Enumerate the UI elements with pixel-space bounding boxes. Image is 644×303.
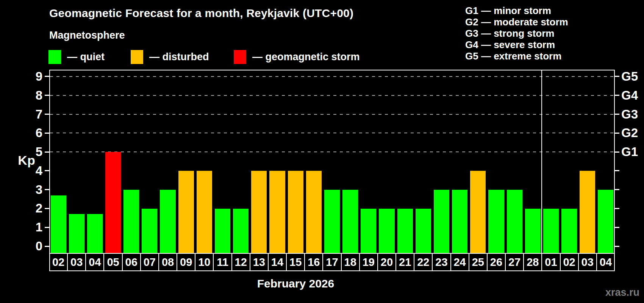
y-tick-left	[45, 227, 49, 228]
legend-label-disturbed: — disturbed	[149, 51, 209, 63]
y-tick-right	[615, 246, 619, 247]
y-tick-label: 6	[22, 125, 42, 141]
y-tick-right	[615, 208, 619, 209]
kp-bar-26	[488, 190, 504, 253]
y-tick-left	[45, 114, 49, 115]
g1-legend-line: G1 — minor storm	[465, 5, 568, 16]
date-label-26: 28	[524, 253, 542, 271]
kp-bar-14	[269, 171, 285, 253]
quiet-swatch-icon	[48, 50, 61, 64]
g5-legend-line: G5 — extreme storm	[465, 50, 568, 62]
kp-bar-08	[160, 190, 175, 253]
kp-bar-04	[598, 190, 613, 253]
y-tick-label: 4	[22, 163, 42, 178]
kp-bar-03	[69, 214, 84, 253]
y-tick-left	[45, 170, 49, 171]
kp-bar-07	[142, 209, 157, 253]
storm-swatch-icon	[234, 50, 246, 64]
kp-bar-15	[288, 171, 303, 253]
g3-legend-line: G3 — strong storm	[465, 28, 568, 39]
date-label-23: 25	[469, 253, 487, 271]
kp-bar-28	[525, 209, 541, 253]
date-label-27: 01	[542, 253, 560, 271]
g-axis-label-g2: G2	[621, 125, 638, 141]
date-label-22: 24	[451, 253, 469, 271]
g-scale-legend: G1 — minor storm G2 — moderate storm G3 …	[465, 5, 568, 62]
plot-area	[49, 70, 615, 253]
date-label-3: 05	[104, 253, 122, 271]
date-label-10: 12	[232, 253, 250, 271]
y-tick-right	[615, 227, 619, 228]
y-tick-label: 9	[22, 69, 42, 84]
legend-label-storm: — geomagnetic storm	[252, 51, 360, 63]
kp-bar-16	[306, 171, 322, 253]
date-label-20: 22	[414, 253, 432, 271]
date-label-4: 06	[122, 253, 141, 271]
date-label-9: 11	[213, 253, 231, 271]
date-label-11: 13	[250, 253, 268, 271]
month-separator-line	[541, 70, 542, 253]
date-label-18: 20	[378, 253, 396, 271]
date-label-0: 02	[49, 253, 67, 271]
kp-bar-02	[561, 209, 577, 253]
kp-bar-18	[342, 190, 358, 253]
date-label-17: 19	[360, 253, 378, 271]
date-label-12: 14	[268, 253, 286, 271]
date-label-7: 09	[177, 253, 195, 271]
kp-bar-21	[397, 209, 413, 253]
gridline-kp6	[50, 133, 614, 133]
plot-frame-top	[49, 70, 615, 70]
y-tick-label: 1	[22, 220, 42, 235]
date-label-2: 04	[86, 253, 104, 271]
y-tick-left	[45, 246, 49, 247]
gridline-kp5	[50, 152, 614, 152]
kp-bar-01	[543, 209, 559, 253]
legend-item-storm: — geomagnetic storm	[234, 50, 360, 64]
date-label-25: 27	[505, 253, 524, 271]
y-tick-right	[615, 95, 619, 96]
date-label-16: 18	[341, 253, 360, 271]
y-tick-right	[615, 152, 619, 153]
disturbed-swatch-icon	[131, 50, 143, 64]
y-tick-label: 0	[22, 239, 42, 254]
chart-title: Geomagnetic Forecast for a month, Reykja…	[49, 7, 353, 20]
date-label-1: 03	[67, 253, 86, 271]
y-tick-label: 2	[22, 201, 42, 216]
legend-label-quiet: — quiet	[67, 51, 105, 63]
kp-bar-06	[123, 190, 139, 253]
x-axis-date-row: 0203040506070809101112131415161718192021…	[49, 253, 615, 271]
kp-bar-05	[105, 152, 121, 253]
y-tick-right	[615, 114, 619, 115]
y-tick-left	[45, 189, 49, 190]
kp-bar-02	[51, 195, 66, 253]
y-tick-label: 7	[22, 107, 42, 122]
date-label-14: 16	[305, 253, 323, 271]
gridline-kp9	[50, 76, 614, 77]
y-tick-right	[615, 76, 619, 77]
y-tick-label: 3	[22, 182, 42, 197]
date-label-19: 21	[396, 253, 414, 271]
kp-bar-04	[87, 214, 103, 253]
g-axis-label-g5: G5	[621, 69, 638, 84]
date-label-5: 07	[141, 253, 159, 271]
g4-legend-line: G4 — severe storm	[465, 39, 568, 50]
chart-subtitle: Magnetosphere	[49, 30, 125, 41]
y-tick-left	[45, 95, 49, 96]
y-tick-left	[45, 133, 49, 134]
kp-bar-25	[470, 171, 486, 253]
kp-bar-27	[507, 190, 522, 253]
y-tick-left	[45, 76, 49, 77]
y-tick-right	[615, 189, 619, 190]
y-tick-right	[615, 133, 619, 134]
kp-bar-11	[215, 209, 230, 253]
x-axis-title: February 2026	[49, 277, 542, 290]
y-tick-label: 8	[22, 88, 42, 103]
kp-bar-24	[452, 190, 467, 253]
date-label-24: 26	[487, 253, 505, 271]
plot-frame-right	[614, 70, 615, 253]
date-label-6: 08	[159, 253, 177, 271]
date-label-30: 04	[597, 253, 615, 271]
kp-bar-23	[434, 190, 449, 253]
y-tick-label: 5	[22, 144, 42, 159]
kp-bar-10	[197, 171, 212, 253]
